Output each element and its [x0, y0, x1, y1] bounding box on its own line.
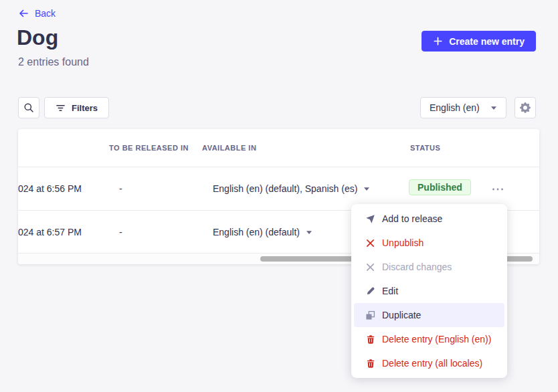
trash-icon — [365, 334, 375, 345]
menu-item-add-to-release[interactable]: Add to release — [354, 207, 504, 231]
menu-item-label: Discard changes — [382, 262, 452, 272]
table-header-row: TO BE RELEASED IN AVAILABLE IN STATUS — [18, 129, 539, 167]
menu-item-discard-changes[interactable]: Discard changes — [354, 255, 504, 279]
row-actions-button[interactable] — [488, 181, 508, 197]
cross-icon — [365, 262, 375, 272]
filter-icon — [56, 104, 66, 112]
menu-item-duplicate[interactable]: Duplicate — [354, 303, 504, 327]
cell-to-be-released-in: - — [119, 183, 122, 194]
column-header-status: STATUS — [410, 144, 440, 152]
cross-icon — [365, 238, 375, 248]
chevron-down-icon — [306, 230, 312, 235]
locale-select[interactable]: English (en) — [420, 97, 506, 118]
settings-button[interactable] — [515, 97, 536, 118]
column-header-to-be-released-in: TO BE RELEASED IN — [109, 144, 189, 152]
search-icon — [23, 102, 34, 113]
pencil-icon — [365, 286, 375, 296]
duplicate-icon — [365, 310, 375, 320]
menu-item-label: Delete entry (all locales) — [382, 358, 482, 369]
cell-available-in[interactable]: English (en) (default) — [213, 227, 312, 237]
available-in-value: English (en) (default), Spanish (es) — [213, 183, 357, 194]
column-header-available-in: AVAILABLE IN — [202, 144, 256, 152]
filters-button[interactable]: Filters — [44, 97, 109, 118]
trash-icon — [365, 359, 375, 369]
filters-label: Filters — [72, 103, 98, 113]
menu-item-label: Add to release — [382, 213, 442, 224]
status-badge: Published — [409, 179, 471, 195]
create-new-entry-label: Create new entry — [449, 36, 525, 47]
menu-item-unpublish[interactable]: Unpublish — [354, 231, 504, 255]
menu-item-edit[interactable]: Edit — [354, 279, 504, 303]
cell-to-be-released-in: - — [119, 227, 122, 237]
send-icon — [365, 214, 375, 224]
menu-item-label: Delete entry (English (en)) — [382, 334, 491, 345]
back-arrow-icon — [18, 8, 29, 19]
cell-available-in[interactable]: English (en) (default), Spanish (es) — [213, 183, 370, 194]
cell-date: 024 at 6:57 PM — [18, 227, 82, 237]
chevron-down-icon — [490, 106, 497, 110]
plus-icon — [433, 36, 443, 46]
row-actions-menu: Add to release Unpublish Discard changes… — [351, 204, 507, 378]
entries-count: 2 entries found — [18, 56, 89, 68]
gear-icon — [520, 102, 531, 113]
menu-item-delete-entry-locale[interactable]: Delete entry (English (en)) — [354, 327, 504, 351]
menu-item-label: Duplicate — [382, 310, 421, 320]
back-link[interactable]: Back — [18, 8, 56, 19]
page-title: Dog — [17, 25, 58, 50]
available-in-value: English (en) (default) — [213, 227, 300, 237]
menu-item-label: Edit — [382, 286, 398, 296]
menu-item-label: Unpublish — [382, 237, 424, 248]
create-new-entry-button[interactable]: Create new entry — [422, 31, 536, 52]
search-button[interactable] — [18, 97, 39, 118]
back-label: Back — [35, 8, 56, 19]
menu-item-delete-entry-all-locales[interactable]: Delete entry (all locales) — [354, 351, 504, 375]
locale-selected-value: English (en) — [430, 102, 480, 113]
cell-date: 024 at 6:56 PM — [18, 183, 82, 194]
more-actions-icon — [492, 187, 504, 191]
chevron-down-icon — [363, 187, 370, 191]
